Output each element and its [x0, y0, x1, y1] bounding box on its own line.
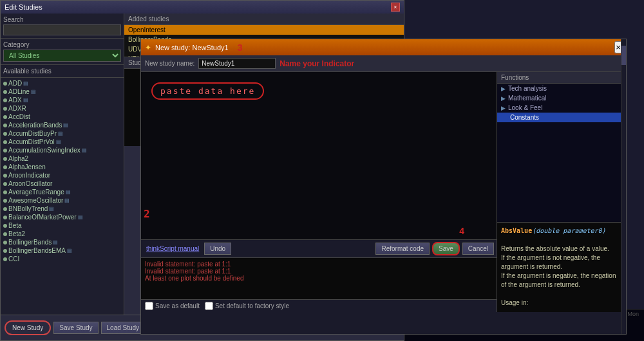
- list-item[interactable]: AwesomeOscillator▤: [1, 196, 124, 205]
- list-item[interactable]: BollingerBandsEMA▤: [1, 246, 124, 255]
- study-dot-icon: [3, 82, 7, 86]
- list-item[interactable]: Alpha2: [1, 154, 124, 163]
- studies-list: ADD▤ADLine▤ADX▤ADXRAccDistAccelerationBa…: [1, 78, 124, 315]
- save-default-checkbox[interactable]: [145, 302, 153, 310]
- save-default-option[interactable]: Save as default: [145, 302, 200, 310]
- search-input[interactable]: [3, 24, 121, 35]
- category-select[interactable]: All Studies: [3, 50, 121, 62]
- list-item[interactable]: ▶Tech analysis: [497, 84, 626, 93]
- list-item[interactable]: ADX▤: [1, 96, 124, 104]
- expand-arrow-icon: ▶: [501, 95, 506, 102]
- study-settings-icon: ▤: [66, 189, 71, 195]
- code-toolbar: 4 thinkScript manual Undo Reformat code …: [141, 239, 497, 257]
- list-item[interactable]: ADXR: [1, 104, 124, 113]
- list-item[interactable]: AroonIndicator: [1, 171, 124, 180]
- new-study-button[interactable]: New Study: [5, 320, 51, 335]
- new-study-dialog: ✦ New study: NewStudy1 3 × New study nam…: [140, 39, 627, 335]
- func-desc-name: AbsValue: [501, 227, 532, 234]
- paste-hint: paste data here: [151, 82, 264, 100]
- load-study-button[interactable]: Load Study: [101, 322, 146, 334]
- list-item[interactable]: AroonOscillator: [1, 180, 124, 188]
- cancel-button[interactable]: Cancel: [462, 243, 494, 255]
- error-options: Save as default Set default to factory s…: [141, 299, 497, 312]
- study-dot-icon: [3, 224, 7, 228]
- study-dot-icon: [3, 124, 7, 127]
- list-item[interactable]: BollingerBands▤: [1, 238, 124, 246]
- dialog-title: New study: NewStudy1: [155, 44, 229, 51]
- study-settings-icon: ▤: [31, 89, 36, 95]
- study-settings-icon: ▤: [23, 97, 28, 103]
- list-item[interactable]: AccumDistPrVol▤: [1, 138, 124, 146]
- study-settings-icon: ▤: [49, 206, 54, 212]
- list-item[interactable]: BalanceOfMarketPower▤: [1, 213, 124, 221]
- list-item[interactable]: Beta2: [1, 230, 124, 238]
- save-button[interactable]: Save: [432, 242, 460, 255]
- list-item[interactable]: ▶Mathematical: [497, 93, 626, 103]
- error-message: Invalid statement: paste at 1:1: [145, 261, 493, 268]
- expand-arrow-icon: ▶: [501, 105, 506, 111]
- category-section: Category All Studies: [1, 39, 124, 65]
- study-dot-icon: [3, 157, 7, 161]
- list-item[interactable]: AccumDistBuyPr▤: [1, 129, 124, 138]
- study-dot-icon: [3, 216, 7, 219]
- study-settings-icon: ▤: [56, 139, 61, 145]
- study-settings-icon: ▤: [78, 214, 83, 220]
- list-item[interactable]: AccelerationBands▤: [1, 121, 124, 129]
- thinkscript-manual-link[interactable]: thinkScript manual: [144, 243, 202, 254]
- undo-button[interactable]: Undo: [204, 243, 231, 255]
- step4-indicator: 4: [459, 226, 464, 236]
- new-study-name-input[interactable]: [198, 58, 276, 69]
- function-description: AbsValue(double parameter0) Returns the …: [497, 222, 626, 312]
- list-item[interactable]: AccumulationSwingIndex▤: [1, 146, 124, 154]
- functions-label: Functions: [497, 72, 626, 84]
- study-dot-icon: [3, 199, 7, 203]
- scrollbar-v[interactable]: [621, 39, 626, 334]
- reformat-code-button[interactable]: Reformat code: [375, 243, 430, 255]
- code-area[interactable]: paste data here 2: [141, 72, 497, 239]
- list-item[interactable]: Beta: [1, 221, 124, 230]
- dialog-name-row: New study name: Name your Indicator: [141, 55, 626, 72]
- study-dot-icon: [3, 115, 7, 119]
- functions-list: ▶Tech analysis▶Mathematical▶Look & FeelC…: [497, 84, 626, 222]
- category-label: Category: [3, 41, 121, 48]
- factory-default-option[interactable]: Set default to factory style: [205, 302, 289, 310]
- list-item[interactable]: BNBollyTrend▤: [1, 205, 124, 213]
- list-item[interactable]: AlphaJensen: [1, 163, 124, 171]
- expand-arrow-icon: ▶: [501, 86, 506, 92]
- study-settings-icon: ▤: [63, 122, 68, 128]
- error-section: Invalid statement: paste at 1:1Invalid s…: [141, 257, 497, 299]
- list-item[interactable]: CCI: [1, 255, 124, 263]
- list-item[interactable]: ADLine▤: [1, 88, 124, 96]
- main-title-bar: Edit Studies ×: [1, 1, 404, 14]
- func-desc-param: (double parameter0): [532, 227, 605, 234]
- study-settings-icon: ▤: [82, 147, 87, 153]
- list-item[interactable]: AverageTrueRange▤: [1, 188, 124, 196]
- study-dot-icon: [3, 241, 7, 244]
- list-item[interactable]: Constants: [497, 113, 626, 122]
- code-panel: paste data here 2 4 thinkScript manual U…: [141, 72, 497, 312]
- step3-indicator: 3: [238, 42, 243, 53]
- list-item[interactable]: AccDist: [1, 113, 124, 121]
- list-item[interactable]: ▶Look & Feel: [497, 103, 626, 113]
- study-dot-icon: [3, 165, 7, 169]
- search-label: Search: [3, 16, 121, 23]
- study-dot-icon: [3, 132, 7, 136]
- study-dot-icon: [3, 140, 7, 144]
- study-settings-icon: ▤: [58, 131, 63, 136]
- list-item[interactable]: ADD▤: [1, 79, 124, 88]
- error-message: At least one plot should be defined: [145, 275, 493, 282]
- available-studies-label: Available studies: [1, 65, 124, 78]
- search-section: Search: [1, 14, 124, 39]
- study-dot-icon: [3, 90, 7, 94]
- factory-default-checkbox[interactable]: [205, 302, 213, 310]
- study-settings-icon: ▤: [23, 80, 28, 86]
- list-item[interactable]: OpenInterest: [124, 25, 404, 35]
- study-settings-icon: ▤: [64, 198, 70, 203]
- scrollbar-thumb[interactable]: [621, 46, 626, 65]
- save-study-button[interactable]: Save Study: [53, 322, 98, 334]
- study-settings-icon: ▤: [53, 239, 58, 245]
- main-close-button[interactable]: ×: [391, 3, 400, 12]
- error-message: Invalid statement: paste at 1:1: [145, 268, 493, 275]
- study-dot-icon: [3, 190, 7, 194]
- functions-panel: Functions ▶Tech analysis▶Mathematical▶Lo…: [497, 72, 626, 312]
